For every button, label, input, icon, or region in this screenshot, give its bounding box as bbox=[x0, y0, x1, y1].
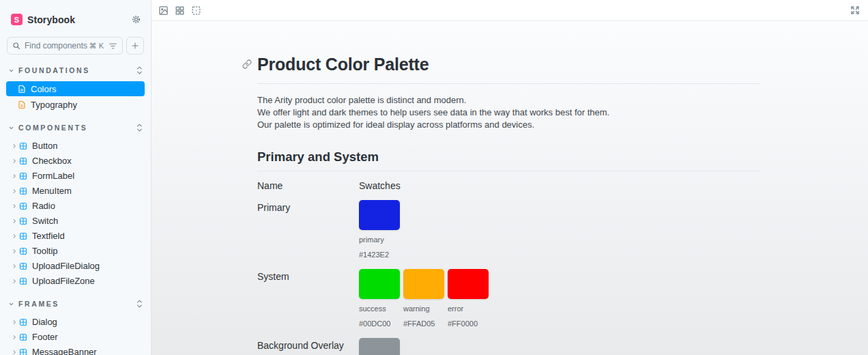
item-label: FormLabel bbox=[32, 171, 74, 181]
swatch-color bbox=[448, 269, 489, 299]
section-items: Colors Typography bbox=[0, 81, 151, 112]
sidebar-item-button[interactable]: Button bbox=[6, 139, 145, 153]
chevron-right-icon bbox=[10, 203, 19, 209]
column-header-swatches: Swatches bbox=[359, 180, 401, 191]
swatch-item: warning #FFAD05 bbox=[403, 269, 444, 329]
item-label: UploadFileDialog bbox=[32, 261, 100, 271]
item-label: Tooltip bbox=[32, 246, 58, 256]
collapse-all-icon[interactable] bbox=[136, 124, 143, 132]
collapse-all-icon[interactable] bbox=[136, 300, 143, 308]
anchor-link-icon[interactable] bbox=[242, 59, 252, 69]
chevron-right-icon bbox=[10, 233, 19, 239]
table-row: System success #00DC00 warning #FFAD05 e… bbox=[257, 269, 760, 329]
sidebar: S Storybook Find components ⌘ K bbox=[0, 0, 151, 355]
component-icon bbox=[19, 217, 27, 225]
swatch-row-name: System bbox=[257, 269, 359, 329]
component-icon bbox=[19, 187, 27, 195]
table-row: Background Overlay bg_overlay #00141D66 bbox=[257, 338, 760, 355]
toolbar bbox=[151, 0, 868, 21]
create-new-story-button[interactable] bbox=[126, 37, 144, 55]
chevron-right-icon bbox=[10, 173, 19, 179]
chevron-right-icon bbox=[10, 248, 19, 254]
section-header-frames[interactable]: FRAMES bbox=[0, 298, 151, 309]
section-header-foundations[interactable]: FOUNDATIONS bbox=[0, 65, 151, 76]
chevron-right-icon bbox=[10, 264, 19, 269]
chevron-right-icon bbox=[10, 143, 19, 149]
component-icon bbox=[19, 172, 27, 180]
swatch-item: primary #1423E2 bbox=[359, 200, 400, 260]
swatch-item: bg_overlay #00141D66 bbox=[359, 338, 400, 355]
page-title: Product Color Palette bbox=[257, 55, 429, 74]
sidebar-item-typography[interactable]: Typography bbox=[6, 97, 145, 112]
paragraph: The Arity product color palette is disti… bbox=[257, 94, 760, 106]
item-label: Checkbox bbox=[32, 156, 72, 166]
grid-icon[interactable] bbox=[175, 5, 185, 16]
section-items: Dialog Footer MessageBanner bbox=[0, 315, 151, 355]
component-icon bbox=[19, 247, 27, 255]
sidebar-item-uploadfiledialog[interactable]: UploadFileDialog bbox=[6, 259, 145, 273]
main-panel: Product Color Palette The Arity product … bbox=[151, 0, 868, 355]
storybook-logo: S bbox=[11, 14, 23, 25]
component-icon bbox=[19, 142, 27, 150]
divider bbox=[257, 171, 760, 171]
color-palette-table: Name Swatches Primary primary #1423E2 Sy… bbox=[257, 180, 760, 355]
photo-icon[interactable] bbox=[158, 5, 169, 16]
swatch-item: success #00DC00 bbox=[359, 269, 400, 329]
component-icon bbox=[19, 348, 27, 355]
swatch-color bbox=[359, 200, 400, 230]
sidebar-item-uploadfilezone[interactable]: UploadFileZone bbox=[6, 274, 145, 288]
sidebar-item-colors[interactable]: Colors bbox=[6, 81, 145, 96]
item-label: Button bbox=[32, 141, 58, 151]
swatch-hex: #FFAD05 bbox=[403, 319, 444, 329]
docs-page: Product Color Palette The Arity product … bbox=[257, 55, 760, 355]
sidebar-item-footer[interactable]: Footer bbox=[6, 330, 145, 344]
sidebar-item-textfield[interactable]: Textfield bbox=[6, 229, 145, 243]
sidebar-item-tooltip[interactable]: Tooltip bbox=[6, 244, 145, 258]
swatch-rows: Primary primary #1423E2 System success #… bbox=[257, 200, 760, 355]
fullscreen-icon[interactable] bbox=[850, 5, 860, 15]
sidebar-item-radio[interactable]: Radio bbox=[6, 199, 145, 213]
settings-gear-icon[interactable] bbox=[131, 14, 141, 25]
sidebar-item-formlabel[interactable]: FormLabel bbox=[6, 169, 145, 183]
document-icon bbox=[18, 85, 26, 94]
collapse-all-icon[interactable] bbox=[136, 66, 143, 74]
sidebar-item-messagebanner[interactable]: MessageBanner bbox=[6, 345, 145, 355]
item-label: MenuItem bbox=[32, 186, 72, 196]
swatch-label: warning bbox=[403, 304, 444, 314]
swatch-list: primary #1423E2 bbox=[359, 200, 400, 260]
swatch-item: error #FF0000 bbox=[448, 269, 489, 329]
swatch-hex: #FF0000 bbox=[448, 319, 489, 329]
divider bbox=[257, 83, 760, 84]
outline-icon[interactable] bbox=[191, 5, 201, 16]
sidebar-item-dialog[interactable]: Dialog bbox=[6, 315, 145, 329]
swatch-row-name: Primary bbox=[257, 200, 359, 260]
component-icon bbox=[19, 277, 27, 285]
table-header: Name Swatches bbox=[257, 180, 760, 191]
swatch-row-name: Background Overlay bbox=[257, 338, 359, 355]
item-label: Textfield bbox=[32, 231, 65, 241]
sidebar-section: FOUNDATIONS Colors Typography bbox=[0, 65, 151, 112]
sidebar-item-checkbox[interactable]: Checkbox bbox=[6, 154, 145, 168]
chevron-right-icon bbox=[10, 158, 19, 164]
search-row: Find components ⌘ K bbox=[7, 37, 144, 55]
filter-icon[interactable] bbox=[108, 42, 117, 50]
sidebar-item-switch[interactable]: Switch bbox=[6, 214, 145, 228]
chevron-right-icon bbox=[10, 279, 19, 284]
chevron-right-icon bbox=[10, 218, 19, 224]
search-input[interactable]: Find components ⌘ K bbox=[7, 37, 123, 55]
component-icon bbox=[19, 202, 27, 210]
chevron-down-icon bbox=[8, 301, 14, 307]
swatch-hex: #1423E2 bbox=[359, 250, 400, 260]
search-placeholder: Find components bbox=[25, 41, 89, 51]
item-label: UploadFileZone bbox=[32, 276, 95, 286]
paragraph: Our palette is optimized for ideal displ… bbox=[257, 119, 760, 131]
document-icon bbox=[18, 100, 26, 109]
component-icon bbox=[19, 262, 27, 270]
chevron-right-icon bbox=[10, 188, 19, 194]
swatch-label: primary bbox=[359, 235, 400, 245]
sidebar-item-menuitem[interactable]: MenuItem bbox=[6, 184, 145, 198]
chevron-down-icon bbox=[8, 125, 14, 131]
section-label: FRAMES bbox=[18, 300, 136, 308]
section-header-components[interactable]: COMPONENTS bbox=[0, 122, 151, 133]
section-label: FOUNDATIONS bbox=[18, 66, 136, 74]
